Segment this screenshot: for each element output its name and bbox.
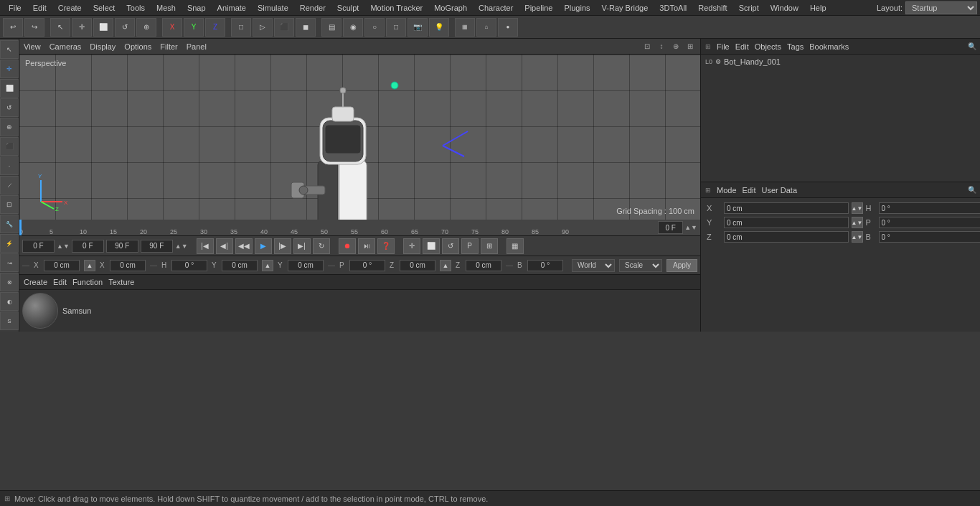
viewport-menu-cameras[interactable]: Cameras bbox=[50, 42, 82, 51]
start-frame-input[interactable] bbox=[22, 240, 55, 253]
sidebar-live[interactable]: ⊡ bbox=[0, 195, 19, 214]
loop-button[interactable]: ↻ bbox=[313, 238, 330, 254]
transform-btn-scale[interactable]: ⬜ bbox=[423, 238, 440, 254]
auto-key-button[interactable]: ⏯ bbox=[358, 238, 375, 254]
attr-z-spin[interactable]: ▲▼ bbox=[852, 231, 863, 243]
axis-z[interactable]: Z bbox=[205, 18, 225, 37]
sidebar-sculpt2[interactable]: ◐ bbox=[0, 292, 19, 311]
sidebar-point[interactable]: · bbox=[0, 156, 19, 175]
goto-end-button[interactable]: ▶| bbox=[293, 238, 311, 254]
sidebar-polygon[interactable]: ⬛ bbox=[0, 137, 19, 156]
play-start-input[interactable] bbox=[72, 240, 104, 253]
attr-p-input[interactable] bbox=[879, 217, 980, 228]
transform-btn-param[interactable]: P bbox=[461, 238, 479, 254]
scale-tool[interactable]: ⬜ bbox=[93, 18, 113, 37]
attr-x-spin[interactable]: ▲▼ bbox=[852, 202, 863, 214]
coord-z-spinup[interactable]: ▲ bbox=[440, 260, 451, 271]
menu-motion-tracker[interactable]: Motion Tracker bbox=[364, 2, 428, 14]
camera-obj[interactable]: 📷 bbox=[407, 18, 428, 37]
start-frame-arrows[interactable]: ▲▼ bbox=[57, 243, 70, 250]
menu-window[interactable]: Window bbox=[765, 2, 804, 14]
coord-z-input[interactable] bbox=[400, 260, 435, 271]
sidebar-rotate[interactable]: ↺ bbox=[0, 98, 19, 117]
viewport-menu-panel[interactable]: Panel bbox=[187, 42, 207, 51]
attr-z-input[interactable] bbox=[724, 231, 849, 243]
coord-b-input[interactable] bbox=[527, 260, 563, 271]
render[interactable]: ○ bbox=[364, 18, 385, 37]
menu-script[interactable]: Script bbox=[733, 2, 765, 14]
motion-clip-button[interactable]: ▦ bbox=[507, 238, 524, 254]
goto-start-button[interactable]: |◀ bbox=[197, 238, 214, 254]
object-row-bot[interactable]: L0 ⚙ Bot_Handy_001 bbox=[702, 56, 980, 67]
menu-vray[interactable]: V-Ray Bridge bbox=[596, 2, 654, 14]
step-back-button[interactable]: ◀| bbox=[216, 238, 233, 254]
render-settings[interactable]: □ bbox=[386, 18, 406, 37]
sidebar-move[interactable]: ✛ bbox=[0, 60, 19, 78]
coord-y2-input[interactable] bbox=[288, 260, 324, 271]
object-mode[interactable]: □ bbox=[231, 18, 251, 37]
mat-menu-create[interactable]: Create bbox=[24, 278, 47, 286]
menu-create[interactable]: Create bbox=[52, 2, 88, 14]
menu-snap[interactable]: Snap bbox=[182, 2, 212, 14]
select-tool[interactable]: ↖ bbox=[50, 18, 70, 37]
attr-menu-userdata[interactable]: User Data bbox=[762, 186, 798, 195]
menu-3dtall[interactable]: 3DToAll bbox=[654, 2, 692, 14]
menu-plugins[interactable]: Plugins bbox=[558, 2, 595, 14]
menu-select[interactable]: Select bbox=[88, 2, 121, 14]
play-reverse-button[interactable]: ◀◀ bbox=[235, 238, 253, 254]
axis-y[interactable]: Y bbox=[184, 18, 204, 37]
menu-sculpt[interactable]: Sculpt bbox=[331, 2, 365, 14]
menu-pipeline[interactable]: Pipeline bbox=[519, 2, 558, 14]
viewport-menu-filter[interactable]: Filter bbox=[160, 42, 177, 51]
transform-btn-move[interactable]: ✛ bbox=[403, 238, 420, 254]
render-view[interactable]: ◉ bbox=[343, 18, 363, 37]
menu-edit[interactable]: Edit bbox=[27, 2, 52, 14]
viewport-icon-1[interactable]: ⊡ bbox=[641, 41, 653, 52]
axis-x[interactable]: X bbox=[162, 18, 182, 37]
coord-x-input[interactable] bbox=[44, 260, 80, 271]
edge-mode[interactable]: ⬛ bbox=[274, 18, 294, 37]
coord-x2-input[interactable] bbox=[110, 260, 146, 271]
attr-h-input[interactable] bbox=[879, 202, 980, 214]
viewport-menu-options[interactable]: Options bbox=[124, 42, 151, 51]
menu-animate[interactable]: Animate bbox=[212, 2, 252, 14]
timeline-ruler[interactable]: 0 5 10 15 20 25 30 35 40 45 50 55 60 65 … bbox=[19, 220, 700, 235]
poly-mode[interactable]: ◼ bbox=[296, 18, 316, 37]
transform-btn-rotate[interactable]: ↺ bbox=[442, 238, 459, 254]
viewport-menu-view[interactable]: View bbox=[24, 42, 41, 51]
menu-render[interactable]: Render bbox=[294, 2, 331, 14]
sidebar-transform[interactable]: ⊕ bbox=[0, 118, 19, 136]
mat-menu-texture[interactable]: Texture bbox=[108, 278, 134, 286]
light-obj[interactable]: 💡 bbox=[429, 18, 449, 37]
material-obj[interactable]: ● bbox=[498, 18, 518, 37]
coord-y-input[interactable] bbox=[222, 260, 258, 271]
coord-p-input[interactable] bbox=[349, 260, 385, 271]
key-button[interactable]: ❓ bbox=[377, 238, 395, 254]
attr-search-icon[interactable]: 🔍 bbox=[966, 184, 978, 196]
coord-world-dropdown[interactable]: World Object bbox=[572, 259, 615, 272]
viewport-fullscreen[interactable]: ⊞ bbox=[684, 41, 696, 52]
menu-mograph[interactable]: MoGraph bbox=[428, 2, 473, 14]
transform-tool[interactable]: ⊕ bbox=[136, 18, 156, 37]
undo-button[interactable]: ↩ bbox=[3, 18, 23, 37]
sidebar-select[interactable]: ↖ bbox=[0, 40, 19, 59]
coord-x-spinup[interactable]: ▲ bbox=[84, 260, 95, 271]
coord-z2-input[interactable] bbox=[466, 260, 501, 271]
attr-y-input[interactable] bbox=[724, 217, 849, 228]
sidebar-scale[interactable]: ⬜ bbox=[0, 79, 19, 98]
point-mode[interactable]: ▷ bbox=[253, 18, 273, 37]
coord-h-input[interactable] bbox=[171, 260, 207, 271]
viewport-menu-display[interactable]: Display bbox=[90, 42, 116, 51]
step-forward-button[interactable]: |▶ bbox=[274, 238, 291, 254]
floor-obj[interactable]: ▦ bbox=[455, 18, 475, 37]
attr-menu-edit[interactable]: Edit bbox=[743, 186, 756, 195]
preview-end-input[interactable] bbox=[141, 240, 173, 253]
attr-menu-mode[interactable]: Mode bbox=[717, 186, 737, 195]
move-tool[interactable]: ✛ bbox=[72, 18, 92, 37]
current-frame-input[interactable] bbox=[658, 221, 683, 234]
apply-button[interactable]: Apply bbox=[666, 259, 697, 272]
mat-menu-function[interactable]: Function bbox=[72, 278, 103, 286]
end-frame-arrows[interactable]: ▲▼ bbox=[175, 243, 188, 250]
attr-b-input[interactable] bbox=[879, 231, 980, 243]
sidebar-bend[interactable]: ↝ bbox=[0, 253, 19, 272]
